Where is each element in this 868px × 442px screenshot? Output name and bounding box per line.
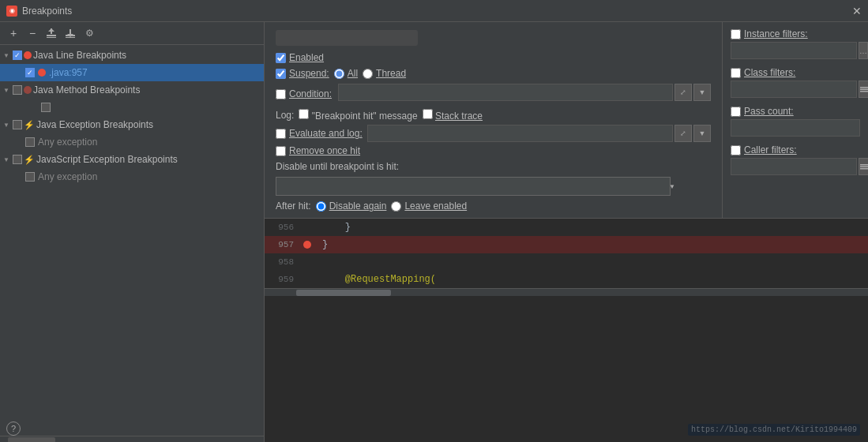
- thread-radio-label[interactable]: Thread: [363, 68, 406, 79]
- class-filter-label[interactable]: Class filters:: [731, 67, 795, 78]
- svg-rect-8: [860, 87, 868, 88]
- pass-count-label[interactable]: Pass count:: [731, 106, 794, 117]
- caller-filter-text: Caller filters:: [744, 144, 797, 155]
- leave-enabled-label[interactable]: Leave enabled: [391, 200, 467, 212]
- suspend-label: Suspend:: [276, 68, 329, 79]
- breakpoint-circle: [303, 241, 311, 249]
- java-exception-item-0[interactable]: Any exception: [0, 133, 264, 151]
- pass-count-input[interactable]: [731, 119, 860, 137]
- condition-input[interactable]: [338, 84, 673, 101]
- svg-rect-13: [860, 168, 868, 170]
- js-any-exception-checkbox[interactable]: [25, 172, 35, 182]
- disable-again-label[interactable]: Disable again: [316, 200, 387, 212]
- filters-column: Instance filters: … Class filters:: [722, 22, 868, 219]
- import-icon: [65, 28, 76, 39]
- java-method-header[interactable]: Java Method Breakpoints: [0, 81, 264, 99]
- breakpoints-icon: ◉: [6, 6, 17, 17]
- code-text-956: }: [314, 222, 351, 233]
- eval-menu-btn[interactable]: ▼: [693, 125, 711, 142]
- settings-main: Enabled Suspend: All Thread: [265, 22, 722, 219]
- all-radio[interactable]: [334, 69, 344, 79]
- java-method-checkbox[interactable]: [13, 85, 22, 95]
- code-line-num-959: 959: [265, 275, 300, 284]
- leave-enabled-radio[interactable]: [391, 201, 401, 212]
- java-line-chevron: [3, 52, 11, 59]
- log-row: Log: "Breakpoint hit" message Stack trac…: [276, 109, 711, 122]
- help-button[interactable]: ?: [6, 421, 21, 436]
- thread-text: Thread: [376, 68, 406, 79]
- instance-filter-label[interactable]: Instance filters:: [731, 28, 808, 39]
- suspend-row: Suspend: All Thread: [276, 68, 711, 79]
- condition-menu-btn[interactable]: ▼: [693, 84, 711, 101]
- import-button[interactable]: [62, 25, 79, 41]
- instance-filter-input[interactable]: [731, 42, 857, 59]
- all-radio-label[interactable]: All: [334, 68, 358, 79]
- java-method-icon: [24, 86, 32, 94]
- stack-trace-label[interactable]: Stack trace: [423, 109, 483, 122]
- add-button[interactable]: +: [5, 25, 22, 41]
- close-button[interactable]: ✕: [852, 6, 862, 17]
- window-title: Breakpoints: [22, 6, 72, 17]
- remove-button[interactable]: −: [24, 25, 41, 41]
- suspend-checkbox[interactable]: [276, 69, 286, 79]
- code-horizontal-scrollbar[interactable]: [265, 288, 868, 296]
- enabled-checkbox[interactable]: [276, 53, 286, 63]
- js-exception-checkbox[interactable]: [13, 155, 22, 164]
- js-exception-label: JavaScript Exception Breakpoints: [36, 154, 178, 165]
- instance-filter-label-row: Instance filters:: [731, 28, 860, 39]
- pass-count-checkbox[interactable]: [731, 107, 741, 117]
- java-line-item-0[interactable]: .java:957: [0, 64, 264, 81]
- caller-filter-label[interactable]: Caller filters:: [731, 144, 797, 155]
- bp-957-checkbox[interactable]: [25, 68, 35, 77]
- breakpoint-hit-label[interactable]: "Breakpoint hit" message: [299, 109, 417, 122]
- code-bp-dot-957: [300, 241, 314, 249]
- export-button[interactable]: [43, 25, 60, 41]
- class-filter-input[interactable]: [731, 81, 857, 98]
- condition-expand-btn[interactable]: ⤢: [674, 84, 692, 101]
- eval-label-wrap[interactable]: Evaluate and log:: [276, 128, 363, 139]
- class-filter-checkbox[interactable]: [731, 68, 741, 78]
- code-area: 956 } 957 } 958 959 @RequestMappin: [265, 219, 868, 442]
- settings-button[interactable]: ⚙: [81, 25, 98, 41]
- instance-filter-checkbox[interactable]: [731, 29, 741, 39]
- caller-filter-btn[interactable]: [859, 158, 868, 175]
- svg-rect-6: [70, 29, 71, 35]
- disable-label: Disable until breakpoint is hit:: [276, 161, 399, 172]
- caller-filter-input[interactable]: [731, 158, 857, 175]
- js-exception-icon: ⚡: [24, 155, 35, 165]
- title-bar-left: ◉ Breakpoints: [6, 6, 72, 17]
- java-line-header[interactable]: Java Line Breakpoints: [0, 47, 264, 64]
- js-exception-header[interactable]: ⚡ JavaScript Exception Breakpoints: [0, 151, 264, 168]
- js-exception-item-0[interactable]: Any exception: [0, 168, 264, 185]
- class-filter-btn[interactable]: [859, 81, 868, 98]
- java-line-checkbox[interactable]: [13, 51, 22, 60]
- condition-checkbox[interactable]: [276, 89, 286, 99]
- java-exception-checkbox[interactable]: [13, 120, 22, 129]
- caller-filter-input-row: [731, 158, 860, 175]
- code-line-num-958: 958: [265, 257, 300, 267]
- stack-trace-checkbox[interactable]: [423, 109, 433, 119]
- any-exception-checkbox[interactable]: [25, 137, 35, 147]
- caller-filter-checkbox[interactable]: [731, 145, 741, 155]
- method-bp-checkbox[interactable]: [41, 103, 51, 112]
- java-exception-group: ⚡ Java Exception Breakpoints Any excepti…: [0, 116, 264, 151]
- breakpoint-hit-checkbox[interactable]: [299, 109, 309, 119]
- caller-filter-icon: [859, 162, 868, 171]
- thread-radio[interactable]: [363, 69, 373, 79]
- instance-filter-btn[interactable]: …: [859, 42, 868, 59]
- condition-label-wrap[interactable]: Condition:: [276, 88, 332, 99]
- java-method-label: Java Method Breakpoints: [33, 84, 140, 96]
- svg-rect-1: [47, 37, 56, 38]
- java-method-item-0[interactable]: [0, 99, 264, 116]
- java-exception-header[interactable]: ⚡ Java Exception Breakpoints: [0, 116, 264, 133]
- eval-expand-btn[interactable]: ⤢: [674, 125, 692, 142]
- eval-checkbox[interactable]: [276, 129, 286, 139]
- remove-once-checkbox[interactable]: [276, 146, 286, 156]
- enabled-label[interactable]: Enabled: [276, 52, 324, 63]
- none-select[interactable]: [276, 177, 671, 196]
- condition-text: Condition:: [289, 88, 332, 99]
- eval-input[interactable]: [367, 125, 673, 142]
- disable-again-radio[interactable]: [316, 201, 326, 212]
- svg-rect-10: [860, 91, 868, 92]
- remove-once-label[interactable]: Remove once hit: [276, 145, 360, 156]
